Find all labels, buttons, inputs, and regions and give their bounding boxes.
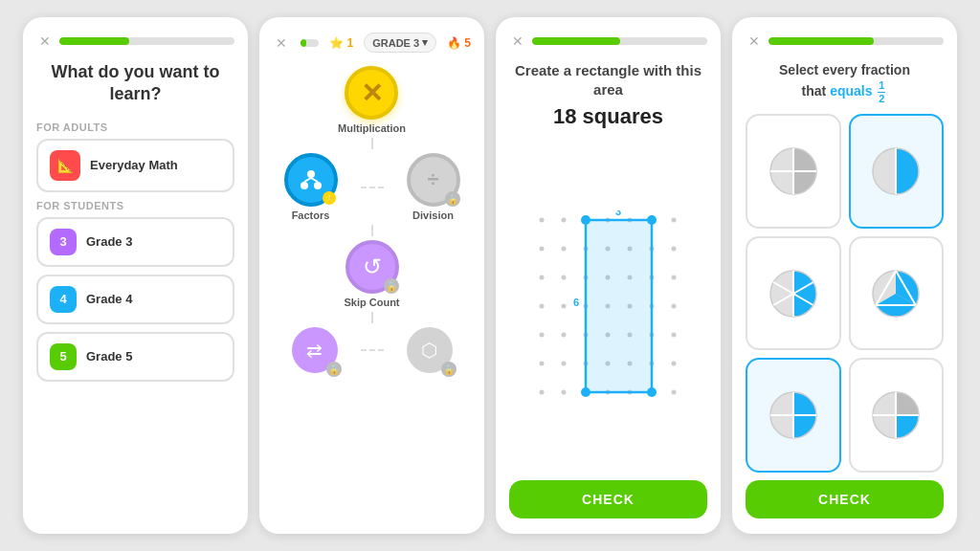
skipcount-lock-icon: 🔒 bbox=[384, 278, 399, 294]
top-bar-4: ✕ bbox=[746, 33, 944, 50]
grade3-badge: 3 bbox=[50, 229, 77, 255]
pie-item-5[interactable] bbox=[746, 358, 841, 473]
card4-title: Select every fraction that equals 1 2 bbox=[746, 61, 944, 104]
grade4-badge: 4 bbox=[50, 286, 77, 313]
card-skills: ✕ ⭐ 1 GRADE 3 ▾ 🔥 5 ✕ Multiplication bbox=[259, 17, 484, 534]
progress-fill-3 bbox=[532, 37, 620, 45]
pie-svg-1 bbox=[768, 146, 818, 196]
check-button-3[interactable]: CHECK bbox=[509, 480, 707, 518]
numerator: 1 bbox=[879, 80, 884, 91]
grid-container[interactable]: 3 6 bbox=[509, 139, 707, 473]
title-part1: Select every fraction bbox=[779, 62, 910, 77]
svg-point-25 bbox=[671, 275, 676, 279]
skill-tree: ✕ Multiplication ⭐ bbox=[273, 62, 471, 518]
pie-item-4[interactable] bbox=[849, 236, 945, 351]
card3-area: 18 squares bbox=[509, 104, 707, 129]
multiplication-label: Multiplication bbox=[338, 122, 406, 134]
pie-svg-5 bbox=[768, 390, 818, 440]
svg-point-33 bbox=[539, 332, 544, 337]
close-icon-2[interactable]: ✕ bbox=[273, 34, 290, 52]
svg-point-18 bbox=[671, 246, 676, 251]
grade3-option[interactable]: 3 Grade 3 bbox=[36, 217, 234, 267]
svg-point-39 bbox=[671, 332, 676, 337]
pie-grid bbox=[746, 114, 944, 473]
height-label: 6 bbox=[572, 297, 578, 308]
close-icon-1[interactable]: ✕ bbox=[36, 33, 54, 50]
pie-node[interactable]: ⬡ 🔒 bbox=[407, 327, 453, 373]
division-circle: ÷ 🔒 bbox=[407, 153, 460, 207]
top-bar-2: ✕ ⭐ 1 GRADE 3 ▾ 🔥 5 bbox=[273, 33, 471, 53]
pie-svg-2 bbox=[871, 146, 921, 196]
svg-line-3 bbox=[304, 178, 311, 182]
svg-point-2 bbox=[314, 182, 322, 189]
card1-title: What do you want to learn? bbox=[36, 61, 234, 106]
multiplication-circle: ✕ bbox=[345, 66, 398, 120]
multiplication-node[interactable]: ✕ Multiplication bbox=[338, 66, 406, 134]
pie-svg-3 bbox=[768, 269, 818, 319]
grade3-label: Grade 3 bbox=[86, 234, 132, 249]
everyday-math-label: Everyday Math bbox=[90, 158, 178, 172]
factors-label: Factors bbox=[292, 209, 330, 221]
svg-point-47 bbox=[539, 389, 544, 394]
factors-node[interactable]: ⭐ Factors bbox=[284, 153, 338, 221]
dots-svg: 3 6 bbox=[532, 210, 685, 402]
grade4-option[interactable]: 4 Grade 4 bbox=[36, 275, 234, 324]
bottom-row: ⇄ 🔒 ⬡ 🔒 bbox=[292, 327, 453, 373]
star-badge: ⭐ 1 bbox=[329, 36, 353, 50]
rectangle-overlay bbox=[586, 220, 652, 392]
card-rectangle: ✕ Create a rectangle with this area 18 s… bbox=[496, 17, 721, 534]
top-bar-1: ✕ bbox=[36, 33, 234, 50]
width-label: 3 bbox=[614, 210, 620, 217]
skipcount-circle: ↺ 🔒 bbox=[345, 240, 399, 294]
svg-point-40 bbox=[539, 361, 544, 365]
fraction-display: 1 2 bbox=[878, 80, 885, 105]
pie-svg-6 bbox=[871, 390, 921, 440]
division-label: Division bbox=[412, 209, 454, 221]
close-icon-3[interactable]: ✕ bbox=[509, 33, 526, 50]
pie-item-1[interactable] bbox=[746, 114, 841, 229]
progress-fill-2 bbox=[301, 39, 306, 47]
division-node[interactable]: ÷ 🔒 Division bbox=[407, 153, 460, 221]
corner-br bbox=[647, 387, 657, 397]
svg-point-19 bbox=[539, 275, 544, 279]
repeat-circle: ⇄ 🔒 bbox=[292, 327, 338, 373]
svg-point-32 bbox=[671, 303, 676, 308]
repeat-node[interactable]: ⇄ 🔒 bbox=[292, 327, 338, 373]
connector2 bbox=[371, 225, 373, 236]
svg-point-1 bbox=[301, 182, 308, 189]
skipcount-node[interactable]: ↺ 🔒 Skip Count bbox=[344, 240, 399, 308]
pie-lock-icon: 🔒 bbox=[441, 362, 457, 377]
svg-point-27 bbox=[561, 303, 566, 308]
repeat-lock-icon: 🔒 bbox=[326, 362, 342, 377]
adults-label: For Adults bbox=[36, 121, 234, 133]
pie-item-2[interactable] bbox=[849, 114, 945, 229]
check-button-4[interactable]: CHECK bbox=[746, 480, 944, 518]
factors-division-row: ⭐ Factors ÷ 🔒 Division bbox=[284, 153, 460, 221]
bottom-connector bbox=[361, 349, 384, 351]
svg-point-0 bbox=[307, 170, 315, 178]
svg-point-48 bbox=[561, 389, 566, 394]
card3-title: Create a rectangle with this area bbox=[509, 61, 707, 99]
card-learn: ✕ What do you want to learn? For Adults … bbox=[23, 17, 248, 534]
progress-fill-4 bbox=[768, 37, 874, 45]
everyday-math-icon: 📐 bbox=[50, 150, 80, 181]
title-equals: equals bbox=[830, 83, 876, 99]
grade-pill[interactable]: GRADE 3 ▾ bbox=[364, 33, 436, 53]
close-icon-4[interactable]: ✕ bbox=[746, 33, 763, 50]
connector3 bbox=[371, 312, 373, 323]
corner-bl bbox=[581, 387, 590, 397]
title-part2: that bbox=[802, 83, 831, 99]
pie-item-3[interactable] bbox=[746, 236, 841, 351]
dot-grid-wrapper: 3 6 bbox=[532, 210, 685, 402]
grade5-label: Grade 5 bbox=[86, 349, 132, 364]
svg-line-4 bbox=[311, 178, 318, 182]
svg-point-11 bbox=[671, 217, 676, 222]
grade5-option[interactable]: 5 Grade 5 bbox=[36, 332, 234, 382]
pie-item-6[interactable] bbox=[849, 358, 945, 473]
skipcount-label: Skip Count bbox=[344, 297, 399, 308]
dotted-connector bbox=[361, 187, 384, 188]
everyday-math-option[interactable]: 📐 Everyday Math bbox=[36, 139, 234, 192]
pie-circle: ⬡ 🔒 bbox=[407, 327, 453, 373]
corner-tr bbox=[647, 215, 657, 225]
progress-track-4 bbox=[768, 37, 944, 45]
